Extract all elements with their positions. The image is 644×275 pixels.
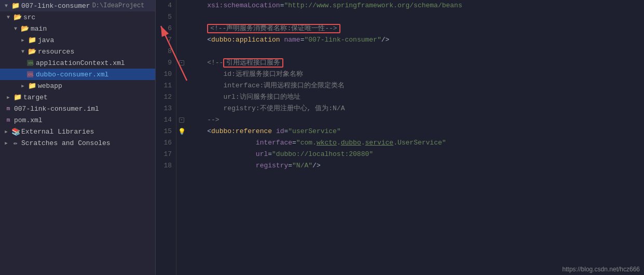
fold-button-9[interactable]: -	[179, 60, 184, 66]
sidebar-item-project-root[interactable]: ▼ 📁 007-link-consumer D:\IdeaProject	[0, 0, 155, 11]
fold-button-14[interactable]: -	[179, 117, 184, 123]
code-eq: =	[268, 149, 272, 160]
line-num-13: 13	[156, 103, 172, 114]
code-comment: <!--声明服务消费者名称:保证唯一性-->	[210, 23, 337, 34]
chevron-down-icon: ▼	[4, 13, 12, 21]
code-str-interface-open: "com.	[296, 137, 317, 149]
folder-resources-icon: 📂	[28, 47, 36, 56]
code-text	[191, 0, 207, 11]
sidebar: ▼ 📁 007-link-consumer D:\IdeaProject ▼ 📂…	[0, 0, 156, 275]
code-attr-name: name	[284, 34, 300, 46]
sidebar-label-main: main	[31, 25, 47, 33]
chevron-down-icon: ▼	[19, 47, 27, 56]
bulb-icon: 💡	[178, 128, 186, 136]
line-num-17: 17	[156, 149, 172, 160]
code-underline-wkcto: wkcto	[317, 137, 337, 149]
sidebar-item-dubbo-consumer-xml[interactable]: XML dubbo-consumer.xml	[0, 69, 155, 80]
line-num-18: 18	[156, 160, 172, 172]
code-line-8	[191, 46, 644, 57]
code-space16	[191, 137, 256, 149]
gutter-8	[176, 46, 187, 57]
code-line-15: < dubbo:reference id = "userService"	[191, 126, 644, 137]
code-underline-service: service	[365, 137, 394, 149]
project-path-label: D:\IdeaProject	[92, 2, 145, 9]
editor-gutter: - - 💡	[176, 0, 187, 275]
gutter-7	[176, 34, 187, 46]
sidebar-item-main[interactable]: ▼ 📂 main	[0, 23, 155, 34]
gutter-15: 💡	[176, 126, 187, 137]
code-space17	[191, 149, 256, 160]
gutter-18	[176, 160, 187, 172]
svg-text:XML: XML	[28, 73, 34, 77]
code-line-10: id:远程服务接口对象名称	[191, 69, 644, 80]
folder-icon: 📂	[13, 13, 22, 21]
sidebar-item-target[interactable]: ▶ 📁 target	[0, 91, 155, 103]
gutter-4	[176, 0, 187, 11]
sidebar-item-webapp[interactable]: ▶ 📁 webapp	[0, 80, 155, 91]
folder-target-icon: 📁	[13, 93, 22, 101]
sidebar-label-ext-libs: External Libraries	[21, 128, 94, 136]
pom-file-icon: m	[4, 116, 12, 124]
code-attr-url: url	[256, 149, 268, 160]
xml-file-icon: XML	[26, 59, 34, 67]
code-line-18: registry = "N/A" />	[191, 160, 644, 172]
sidebar-item-external-libraries[interactable]: ▶ 📚 External Libraries	[0, 126, 155, 137]
chevron-right-icon: ▶	[2, 139, 10, 147]
code-space	[191, 126, 207, 137]
code-attr: xsi:schemaLocation	[207, 0, 280, 11]
code-str-url: "dubbo://localhost:20880"	[272, 149, 373, 160]
code-space	[191, 23, 207, 34]
lib-icon: 📚	[11, 127, 20, 136]
gutter-11	[176, 80, 187, 91]
watermark-text: https://blog.csdn.net/hcz666	[563, 266, 640, 273]
sidebar-item-java[interactable]: ▶ 📁 java	[0, 34, 155, 46]
code-line-6: <!--声明服务消费者名称:保证唯一性-->	[191, 23, 644, 34]
code-tag-ref: dubbo:reference	[211, 126, 272, 137]
gutter-13	[176, 103, 187, 114]
gutter-10	[176, 69, 187, 80]
chevron-down-icon: ▼	[2, 2, 10, 10]
code-lt: <	[207, 126, 211, 137]
sidebar-label-src: src	[23, 14, 35, 21]
line-num-7: 7	[156, 34, 172, 46]
line-num-16: 16	[156, 137, 172, 149]
code-comment-line10: id:远程服务接口对象名称	[191, 69, 303, 80]
chevron-down-icon: ▼	[11, 24, 20, 33]
code-comment-line11: interface:调用远程接口的全限定类名	[191, 80, 345, 91]
line-num-8: 8	[156, 46, 172, 57]
sidebar-item-src[interactable]: ▼ 📂 src	[0, 11, 155, 23]
code-line-4: xsi:schemaLocation = "http://www.springf…	[191, 0, 644, 11]
code-punct: =	[280, 0, 284, 11]
code-attr-id: id	[276, 126, 284, 137]
sidebar-item-scratches[interactable]: ▶ ✏️ Scratches and Consoles	[0, 137, 155, 149]
chevron-right-icon: ▶	[19, 82, 27, 90]
sidebar-label-webapp: webapp	[38, 82, 62, 90]
code-line-17: url = "dubbo://localhost:20880"	[191, 149, 644, 160]
folder-webapp-icon: 📁	[28, 82, 36, 90]
code-space	[191, 57, 207, 69]
code-space	[191, 114, 207, 126]
code-space2	[280, 34, 284, 46]
sidebar-label-iml: 007-link-consumer.iml	[14, 105, 99, 113]
comment-highlight-box-6: <!--声明服务消费者名称:保证唯一性-->	[207, 24, 340, 33]
line-num-4: 4	[156, 0, 172, 11]
sidebar-item-iml[interactable]: m 007-link-consumer.iml	[0, 103, 155, 114]
code-attr-interface: interface	[256, 137, 292, 149]
code-line-9: <!-- 引用远程接口服务	[191, 57, 644, 69]
line-num-5: 5	[156, 11, 172, 23]
sidebar-item-resources[interactable]: ▼ 📂 resources	[0, 46, 155, 57]
gutter-9: -	[176, 57, 187, 69]
line-num-15: 15	[156, 126, 172, 137]
code-space18	[191, 160, 256, 172]
code-close18: />	[312, 160, 321, 172]
line-numbers: 4 5 6 7 8 9 10 11 12 13 14 15 16 17 18	[156, 0, 176, 275]
code-comment-start: <!--	[207, 57, 223, 69]
sidebar-item-pom[interactable]: m pom.xml	[0, 114, 155, 126]
editor-content: 4 5 6 7 8 9 10 11 12 13 14 15 16 17 18	[156, 0, 644, 275]
sidebar-item-applicationcontext-xml[interactable]: XML applicationContext.xml	[0, 57, 155, 69]
sidebar-label-pom: pom.xml	[14, 116, 43, 124]
svg-text:XML: XML	[28, 61, 34, 66]
folder-java-icon: 📁	[28, 36, 36, 44]
code-str-id: "userService"	[288, 126, 340, 137]
code-content[interactable]: xsi:schemaLocation = "http://www.springf…	[187, 0, 644, 275]
